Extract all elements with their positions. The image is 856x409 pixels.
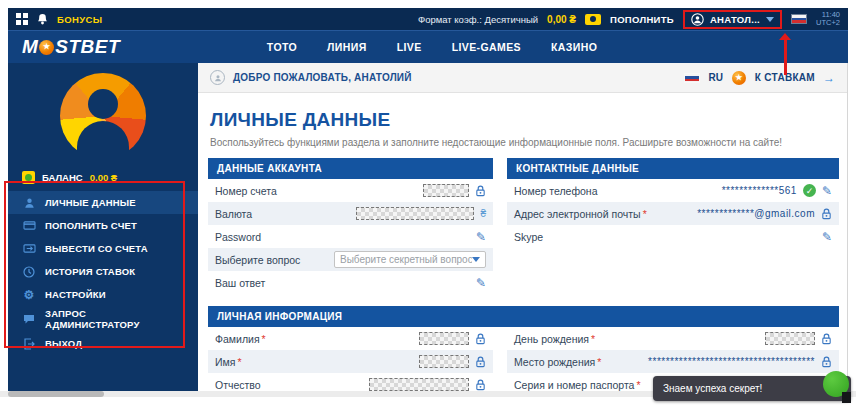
redacted-value [419, 355, 469, 368]
logo-text-left: M [22, 36, 38, 58]
redacted-value [765, 332, 815, 345]
to-bets-link[interactable]: К СТАВКАМ [755, 72, 815, 83]
nav-live[interactable]: LIVE [397, 41, 422, 53]
sidebar-item-admin-request[interactable]: ЗАПРОС АДМИНИСТРАТОРУ [8, 306, 168, 332]
content-area: БАЛАНС 0,00 ₴ ЛИЧНЫЕ ДАННЫЕ ПОПОЛНИТЬ СЧ… [8, 63, 848, 391]
field-label: Валюта [215, 208, 252, 220]
top-panels: ДАННЫЕ АККАУНТА Номер счета Валюта ₴ [198, 158, 847, 294]
select-chevron-icon [472, 257, 480, 262]
row-currency: Валюта ₴ [208, 202, 493, 225]
clock: 11:40 UTC+2 [816, 11, 840, 28]
account-data-panel: ДАННЫЕ АККАУНТА Номер счета Валюта ₴ [208, 158, 493, 294]
nav-line[interactable]: ЛИНИЯ [327, 41, 367, 53]
field-label: Skype [514, 231, 543, 243]
russian-flag-icon[interactable] [791, 14, 807, 24]
account-panel-header: ДАННЫЕ АККАУНТА [208, 158, 493, 179]
balance-label: БАЛАНС [42, 172, 83, 183]
user-menu-button[interactable]: АНАТОЛ... [683, 10, 782, 29]
page-title: ЛИЧНЫЕ ДАННЫЕ [210, 109, 835, 131]
clock-icon [22, 266, 36, 278]
top-bar: БОНУСЫ Формат коэф.: Десятичный 0,00 ₴ П… [8, 8, 848, 30]
logo-ball-icon: ★ [39, 40, 54, 55]
chat-widget-tooltip[interactable]: Знаем успеха секрет! [653, 376, 851, 401]
logout-icon [22, 338, 36, 350]
verified-check-icon: ✓ [803, 184, 816, 197]
welcome-bar: ДОБРО ПОЖАЛОВАТЬ, АНАТОЛИЙ RU ★ К СТАВКА… [198, 63, 847, 93]
field-label: Место рождения* [514, 356, 601, 368]
edit-pencil-icon[interactable]: ✎ [476, 277, 486, 289]
sidebar-item-personal-data[interactable]: ЛИЧНЫЕ ДАННЫЕ [8, 191, 198, 214]
field-label: Серия и номер паспорта* [514, 379, 641, 391]
greeting-label: ДОБРО ПОЖАЛОВАТЬ, АНАТОЛИЙ [233, 72, 412, 83]
redacted-value [369, 378, 469, 391]
bonuses-link[interactable]: БОНУСЫ [57, 14, 103, 25]
row-last-name: Фамилия* [208, 327, 493, 350]
row-your-answer: Ваш ответ ✎ [208, 271, 493, 294]
main-panel: ДОБРО ПОЖАЛОВАТЬ, АНАТОЛИЙ RU ★ К СТАВКА… [198, 63, 848, 391]
notification-bell-icon[interactable] [37, 13, 48, 25]
lock-icon [475, 185, 486, 197]
row-password: Password ✎ [208, 225, 493, 248]
timezone-label: UTC+2 [816, 18, 840, 27]
row-birth-date: День рождения* [507, 327, 839, 350]
field-label: Номер счета [215, 185, 277, 197]
main-navigation: ТОТО ЛИНИЯ LIVE LIVE-GAMES КАЗИНО [120, 41, 744, 53]
lock-icon [821, 356, 832, 368]
username-label: АНАТОЛ... [710, 14, 760, 25]
phone-value: *************561 [722, 185, 797, 196]
secret-question-select[interactable]: Выберите секретный вопрос [334, 251, 486, 268]
user-circle-icon [210, 70, 225, 85]
sidebar-item-logout[interactable]: ВЫХОД [8, 332, 198, 355]
nav-live-games[interactable]: LIVE-GAMES [452, 41, 521, 53]
field-label: Ваш ответ [215, 277, 265, 289]
redacted-value [356, 207, 474, 220]
avatar [60, 73, 146, 159]
row-secret-question: Выберите вопрос Выберите секретный вопро… [208, 248, 493, 271]
nav-toto[interactable]: ТОТО [267, 41, 297, 53]
sidebar-item-deposit[interactable]: ПОПОЛНИТЬ СЧЕТ [8, 214, 198, 237]
deposit-icon[interactable] [585, 14, 601, 25]
card-in-icon [22, 220, 36, 231]
language-flag-icon[interactable] [684, 73, 700, 83]
field-label: Отчество [215, 379, 261, 391]
logo-text-right: STBET [55, 36, 120, 58]
edit-pencil-icon[interactable]: ✎ [822, 185, 832, 197]
card-out-icon [22, 243, 36, 254]
language-selector[interactable]: RU [708, 72, 722, 83]
row-skype: Skype ✎ [507, 225, 839, 248]
horizontal-scrollbar-thumb[interactable] [8, 391, 104, 397]
row-email: Адрес электронной почты* *************@g… [507, 202, 839, 225]
lock-icon [475, 333, 486, 345]
mostbet-logo[interactable]: M ★ STBET [22, 36, 120, 58]
field-label: Выберите вопрос [215, 254, 300, 266]
deposit-button[interactable]: ПОПОЛНИТЬ [610, 14, 674, 25]
chevron-down-icon[interactable] [766, 17, 774, 22]
balance-coin-icon [22, 171, 35, 184]
user-avatar-icon [691, 13, 704, 26]
main-menu-bar: M ★ STBET ТОТО ЛИНИЯ LIVE LIVE-GAMES КАЗ… [8, 30, 848, 63]
sidebar-item-withdraw[interactable]: ВЫВЕСТИ СО СЧЕТА [8, 237, 198, 260]
lock-icon [475, 379, 486, 391]
row-account-number: Номер счета [208, 179, 493, 202]
sidebar-item-settings[interactable]: ⚙ НАСТРОЙКИ [8, 283, 198, 306]
balance-value: 0,00 ₴ [90, 172, 117, 183]
apps-grid-icon[interactable] [16, 13, 28, 25]
chat-widget-corner [842, 392, 851, 403]
birth-place-value: ************************************** [648, 356, 815, 367]
sidebar: БАЛАНС 0,00 ₴ ЛИЧНЫЕ ДАННЫЕ ПОПОЛНИТЬ СЧ… [8, 63, 198, 391]
chat-tooltip-text: Знаем успеха секрет! [663, 383, 762, 394]
sidebar-item-bet-history[interactable]: ИСТОРИЯ СТАВОК [8, 260, 198, 283]
chat-icon [22, 314, 36, 325]
edit-pencil-icon[interactable]: ✎ [822, 231, 832, 243]
field-label: Password [215, 231, 261, 243]
arrow-right-icon[interactable]: → [823, 71, 835, 85]
nav-casino[interactable]: КАЗИНО [551, 41, 597, 53]
field-label: День рождения* [514, 333, 595, 345]
coef-format-label[interactable]: Формат коэф.: Десятичный [418, 14, 538, 25]
page-header: ЛИЧНЫЕ ДАННЫЕ Воспользуйтесь функциями р… [198, 93, 847, 158]
topbar-balance: 0,00 ₴ [547, 14, 576, 25]
currency-symbol: ₴ [480, 208, 486, 219]
select-placeholder: Выберите секретный вопрос [340, 254, 472, 265]
page-subtitle: Воспользуйтесь функциями раздела и запол… [210, 137, 835, 148]
edit-pencil-icon[interactable]: ✎ [476, 231, 486, 243]
